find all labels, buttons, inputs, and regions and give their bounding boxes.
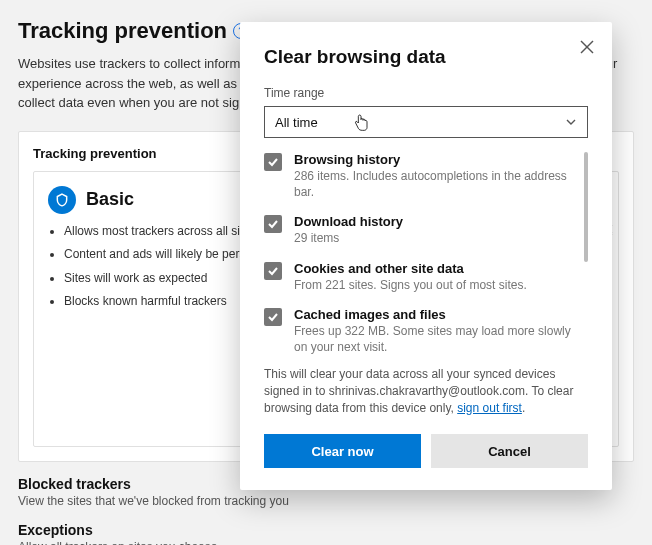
dialog-title: Clear browsing data <box>264 46 588 68</box>
option-browsing-history[interactable]: Browsing history 286 items. Includes aut… <box>264 152 578 200</box>
close-button[interactable] <box>576 36 598 58</box>
checkbox[interactable] <box>264 215 282 233</box>
clear-options-list: Browsing history 286 items. Includes aut… <box>264 152 588 362</box>
option-sub: 29 items <box>294 230 403 246</box>
option-sub: Frees up 322 MB. Some sites may load mor… <box>294 323 578 355</box>
option-cookies[interactable]: Cookies and other site data From 221 sit… <box>264 261 578 293</box>
check-icon <box>267 218 279 230</box>
option-title: Cookies and other site data <box>294 261 527 276</box>
sync-warning-message: This will clear your data across all you… <box>264 366 588 416</box>
option-download-history[interactable]: Download history 29 items <box>264 214 578 246</box>
close-icon <box>580 40 594 54</box>
checkbox[interactable] <box>264 153 282 171</box>
option-title: Cached images and files <box>294 307 578 322</box>
exceptions-section[interactable]: Exceptions Allow all trackers on sites y… <box>18 522 634 545</box>
time-range-label: Time range <box>264 86 588 100</box>
check-icon <box>267 311 279 323</box>
section-title: Exceptions <box>18 522 634 538</box>
checkbox[interactable] <box>264 262 282 280</box>
cancel-button[interactable]: Cancel <box>431 434 588 468</box>
option-title: Browsing history <box>294 152 578 167</box>
clear-now-button[interactable]: Clear now <box>264 434 421 468</box>
sign-out-link[interactable]: sign out first <box>457 401 522 415</box>
option-sub: From 221 sites. Signs you out of most si… <box>294 277 527 293</box>
checkbox[interactable] <box>264 308 282 326</box>
section-desc: View the sites that we've blocked from t… <box>18 494 634 508</box>
chevron-down-icon <box>565 116 577 128</box>
page-title: Tracking prevention <box>18 18 227 44</box>
level-name: Basic <box>86 189 134 210</box>
time-range-select[interactable]: All time <box>264 106 588 138</box>
option-title: Download history <box>294 214 403 229</box>
scrollbar[interactable] <box>584 152 588 262</box>
time-range-value: All time <box>275 115 318 130</box>
clear-browsing-data-dialog: Clear browsing data Time range All time … <box>240 22 612 490</box>
shield-icon <box>48 186 76 214</box>
option-cached-files[interactable]: Cached images and files Frees up 322 MB.… <box>264 307 578 355</box>
check-icon <box>267 156 279 168</box>
check-icon <box>267 265 279 277</box>
section-desc: Allow all trackers on sites you choose <box>18 540 634 545</box>
cursor-icon <box>353 113 369 133</box>
option-sub: 286 items. Includes autocompletions in t… <box>294 168 578 200</box>
